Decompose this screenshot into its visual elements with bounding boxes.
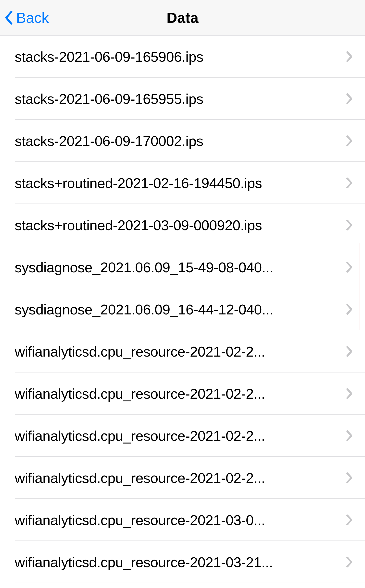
navigation-bar: Back Data [0,0,365,36]
file-row[interactable]: wifianalyticsd.cpu_resource-2021-02-2... [0,372,365,415]
chevron-right-icon [346,430,353,441]
file-row[interactable]: stacks+routined-2021-02-16-194450.ips [0,162,365,204]
chevron-right-icon [346,515,353,525]
chevron-left-icon [5,11,13,24]
chevron-right-icon [346,304,353,315]
chevron-right-icon [346,557,353,567]
file-name-label: wifianalyticsd.cpu_resource-2021-02-2... [15,470,346,486]
chevron-right-icon [346,178,353,188]
file-row[interactable]: stacks-2021-06-09-165955.ips [0,78,365,120]
file-name-label: stacks-2021-06-09-170002.ips [15,133,346,149]
file-list: stacks-2021-06-09-165906.ipsstacks-2021-… [0,36,365,583]
file-name-label: wifianalyticsd.cpu_resource-2021-02-2... [15,385,346,402]
chevron-right-icon [346,220,353,230]
file-name-label: sysdiagnose_2021.06.09_15-49-08-040... [15,259,346,276]
chevron-right-icon [346,135,353,146]
file-name-label: wifianalyticsd.cpu_resource-2021-02-2... [15,428,346,444]
chevron-right-icon [346,472,353,483]
file-row[interactable]: wifianalyticsd.cpu_resource-2021-02-2... [0,330,365,372]
file-name-label: stacks-2021-06-09-165906.ips [15,48,346,65]
file-name-label: sysdiagnose_2021.06.09_16-44-12-040... [15,301,346,318]
file-row[interactable]: wifianalyticsd.cpu_resource-2021-02-2... [0,457,365,499]
file-row[interactable]: wifianalyticsd.cpu_resource-2021-02-2... [0,415,365,457]
file-row[interactable]: stacks-2021-06-09-170002.ips [0,120,365,162]
back-button[interactable]: Back [5,9,49,26]
chevron-right-icon [346,262,353,273]
chevron-right-icon [346,388,353,399]
file-row[interactable]: sysdiagnose_2021.06.09_15-49-08-040... [0,246,365,288]
back-label: Back [16,9,49,26]
file-row[interactable]: wifianalyticsd.cpu_resource-2021-03-0... [0,499,365,541]
chevron-right-icon [346,51,353,62]
chevron-right-icon [346,346,353,357]
file-name-label: wifianalyticsd.cpu_resource-2021-03-21..… [15,554,346,570]
file-row[interactable]: stacks-2021-06-09-165906.ips [0,36,365,78]
page-title: Data [166,9,198,26]
file-row[interactable]: wifianalyticsd.cpu_resource-2021-03-21..… [0,541,365,583]
file-name-label: wifianalyticsd.cpu_resource-2021-02-2... [15,343,346,360]
file-row[interactable]: stacks+routined-2021-03-09-000920.ips [0,204,365,246]
file-name-label: stacks+routined-2021-02-16-194450.ips [15,175,346,191]
chevron-right-icon [346,93,353,104]
file-row[interactable]: sysdiagnose_2021.06.09_16-44-12-040... [0,288,365,330]
file-name-label: wifianalyticsd.cpu_resource-2021-03-0... [15,512,346,528]
file-name-label: stacks+routined-2021-03-09-000920.ips [15,217,346,233]
file-name-label: stacks-2021-06-09-165955.ips [15,91,346,107]
